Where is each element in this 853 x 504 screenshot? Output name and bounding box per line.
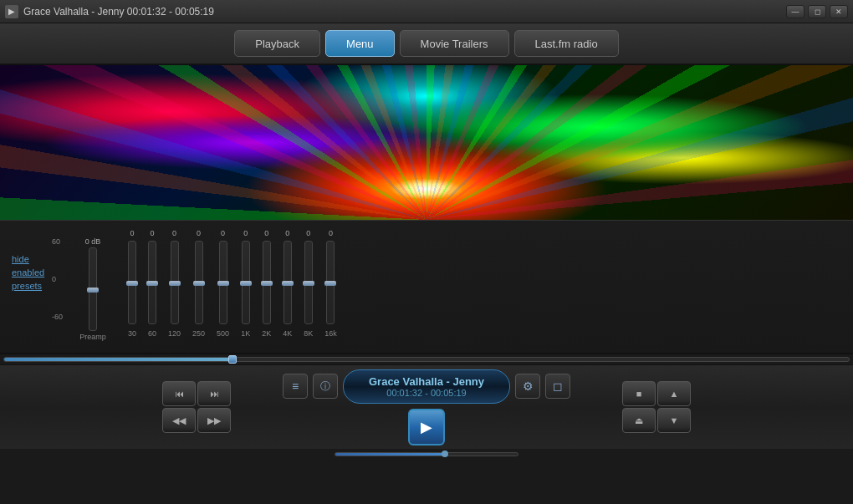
play-button[interactable]: ▶ — [408, 409, 445, 445]
preamp-scale-top: 60 — [52, 237, 63, 246]
rewind-button[interactable]: ◀◀ — [162, 408, 196, 433]
preamp-db-value: 0 dB — [85, 237, 101, 246]
playlist-button[interactable]: ≡ — [283, 374, 308, 399]
eq-band-500-value: 0 — [221, 229, 225, 237]
eq-band-16k: 0 16k — [324, 229, 337, 338]
center-top-row: ≡ ⓘ Grace Valhalla - Jenny 00:01:32 - 00… — [234, 369, 619, 404]
tab-playback[interactable]: Playback — [234, 30, 320, 57]
volume-down-button[interactable]: ▼ — [657, 408, 691, 433]
right-top-row: ■ ▲ — [622, 381, 691, 406]
eq-slider-16k[interactable] — [326, 241, 335, 324]
app-icon: ▶ — [5, 5, 18, 18]
title-text: Grace Valhalla - Jenny 00:01:32 - 00:05:… — [23, 6, 214, 18]
eq-hide-link[interactable]: hide — [12, 254, 52, 264]
window-controls: — ◻ ✕ — [786, 5, 848, 18]
eq-slider-4k[interactable] — [283, 241, 292, 324]
nav-bar: Playback Menu Movie Trailers Last.fm rad… — [0, 23, 853, 65]
preamp-group: 60 0 -60 0 dB Preamp — [52, 229, 120, 341]
info-button[interactable]: ⓘ — [313, 374, 338, 399]
track-time: 00:01:32 - 00:05:19 — [357, 388, 496, 398]
eq-links: hide enabled presets — [12, 229, 52, 291]
right-bottom-row: ⏏ ▼ — [622, 408, 691, 433]
eq-label-16k: 16k — [324, 329, 337, 338]
eq-band-1k: 0 1K — [241, 229, 250, 338]
title-bar: ▶ Grace Valhalla - Jenny 00:01:32 - 00:0… — [0, 0, 853, 23]
next-track-button[interactable]: ⏭ — [197, 381, 231, 406]
eq-presets-link[interactable]: presets — [12, 281, 52, 291]
restore-button[interactable]: ◻ — [808, 5, 826, 18]
tab-menu[interactable]: Menu — [325, 30, 395, 57]
center-display: ≡ ⓘ Grace Valhalla - Jenny 00:01:32 - 00… — [234, 369, 619, 445]
eq-band-8k-value: 0 — [306, 229, 310, 237]
preamp-scale-bot: -60 — [52, 313, 63, 321]
eq-slider-8k[interactable] — [304, 241, 313, 324]
eq-band-30-value: 0 — [130, 229, 135, 237]
tab-radio[interactable]: Last.fm radio — [514, 30, 619, 57]
prev-track-button[interactable]: ⏮ — [162, 381, 196, 406]
eq-slider-250[interactable] — [195, 241, 203, 324]
eq-bands: 0 30 0 60 0 120 0 250 0 500 0 1K — [120, 229, 337, 338]
eq-slider-500[interactable] — [219, 241, 227, 324]
left-bottom-row: ◀◀ ▶▶ — [162, 408, 231, 433]
eq-slider-1k[interactable] — [242, 241, 250, 324]
volume-track[interactable] — [335, 452, 518, 456]
eq-band-120: 0 120 — [168, 229, 181, 338]
preamp-label: Preamp — [79, 333, 106, 341]
window-mode-button[interactable]: ◻ — [545, 374, 570, 399]
equalizer-section: hide enabled presets 60 0 -60 0 dB Pream… — [0, 220, 853, 354]
eq-label-500: 500 — [217, 329, 229, 338]
volume-thumb — [442, 451, 448, 457]
eq-band-4k-value: 0 — [285, 229, 289, 237]
visualization-area — [0, 65, 853, 220]
eq-label-4k: 4K — [283, 329, 292, 338]
eq-band-500: 0 500 — [217, 229, 229, 338]
settings-button[interactable]: ⚙ — [515, 374, 540, 399]
eq-band-60: 0 60 — [148, 229, 156, 338]
eq-label-120: 120 — [168, 329, 181, 338]
progress-track[interactable] — [3, 357, 850, 362]
eq-band-1k-value: 0 — [243, 229, 248, 237]
preamp-scale: 60 0 -60 — [52, 237, 63, 321]
progress-thumb — [228, 355, 237, 364]
preamp-thumb — [87, 288, 99, 293]
eq-enabled-link[interactable]: enabled — [12, 267, 52, 277]
progress-fill — [4, 358, 232, 361]
eq-slider-30[interactable] — [128, 241, 136, 324]
preamp-slider[interactable] — [89, 247, 97, 331]
preamp-scale-mid: 0 — [52, 275, 63, 283]
eq-band-250: 0 250 — [192, 229, 205, 338]
minimize-button[interactable]: — — [786, 5, 804, 18]
controls-area: ⏮ ⏭ ◀◀ ▶▶ ≡ ⓘ Grace Valhalla - Jenny 00:… — [0, 365, 853, 449]
volume-fill — [335, 453, 445, 456]
eject-button[interactable]: ⏏ — [622, 408, 656, 433]
eq-band-4k: 0 4K — [283, 229, 292, 338]
visualizer — [0, 65, 853, 220]
close-button[interactable]: ✕ — [830, 5, 848, 18]
eq-label-60: 60 — [148, 329, 156, 338]
eq-label-2k: 2K — [262, 329, 271, 338]
eq-slider-2k[interactable] — [263, 241, 271, 324]
tab-trailers[interactable]: Movie Trailers — [400, 30, 509, 57]
fast-forward-button[interactable]: ▶▶ — [197, 408, 231, 433]
eq-band-30: 0 30 — [128, 229, 136, 338]
eq-label-250: 250 — [192, 329, 205, 338]
progress-bar-container — [0, 354, 853, 365]
left-controls: ⏮ ⏭ ◀◀ ▶▶ — [162, 381, 231, 433]
eq-slider-120[interactable] — [171, 241, 179, 324]
eq-band-16k-value: 0 — [329, 229, 333, 237]
eq-band-120-value: 0 — [172, 229, 176, 237]
stop-button[interactable]: ■ — [622, 381, 656, 406]
eq-label-1k: 1K — [241, 329, 250, 338]
right-controls: ■ ▲ ⏏ ▼ — [622, 381, 691, 433]
eq-label-30: 30 — [128, 329, 136, 338]
preamp-area: 0 dB Preamp — [66, 237, 120, 341]
bottom-bar — [0, 449, 853, 459]
eq-band-2k: 0 2K — [262, 229, 271, 338]
volume-up-button[interactable]: ▲ — [657, 381, 691, 406]
eq-band-8k: 0 8K — [304, 229, 313, 338]
track-name: Grace Valhalla - Jenny — [357, 375, 496, 388]
eq-label-8k: 8K — [304, 329, 313, 338]
title-left: ▶ Grace Valhalla - Jenny 00:01:32 - 00:0… — [5, 5, 214, 18]
left-top-row: ⏮ ⏭ — [162, 381, 231, 406]
eq-slider-60[interactable] — [148, 241, 156, 324]
